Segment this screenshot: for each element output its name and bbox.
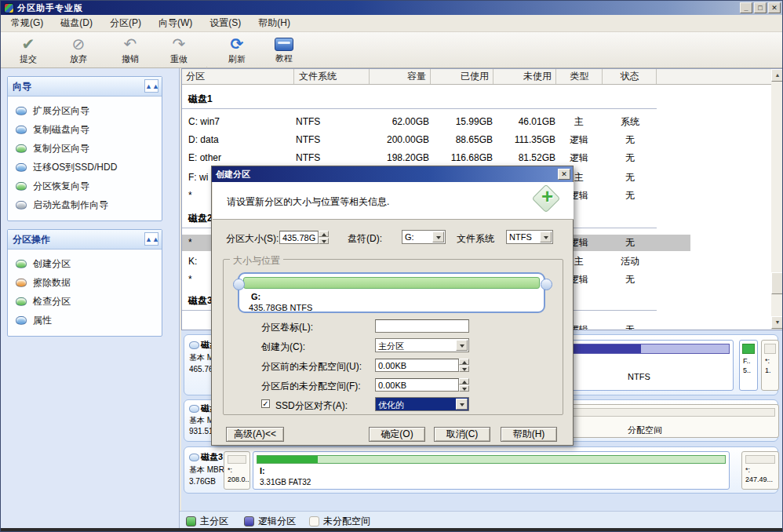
collapse-chevron-icon[interactable]: ▲▲ [144,79,158,93]
table-row[interactable]: E: otherNTFS198.20GB116.68GB81.52GB逻辑无 [182,150,690,166]
dropdown-arrow-icon[interactable] [540,231,552,242]
legend-logical: 逻辑分区 [244,515,296,528]
disk-icon [189,454,199,461]
table-scrollbar[interactable]: ▲ ▼ [771,69,783,330]
partition-size-spinner[interactable] [319,231,329,244]
ssd-align-select[interactable]: 优化的 [375,397,469,411]
volume-label-label: 分区卷标(L): [261,321,313,334]
menu-general[interactable]: 常规(G) [2,14,52,32]
disk-icon [189,341,199,349]
disk3-unallocated-1[interactable]: *:208.0... [224,451,250,490]
disk3-partition-i[interactable]: I: 3.31GB FAT32 [253,451,730,490]
drive-letter-select[interactable]: G: [402,230,446,244]
app-icon [4,3,14,13]
menu-partition[interactable]: 分区(P) [101,14,150,32]
legend-bar: 主分区 逻辑分区 未分配空间 [180,511,783,528]
volume-label-input[interactable] [375,319,469,333]
dropdown-arrow-icon[interactable] [432,231,444,242]
unallocated-swatch [309,516,319,527]
unallocated-before-spinner[interactable] [459,359,469,372]
col-partition[interactable]: 分区 [182,69,294,84]
maximize-button[interactable]: □ [754,2,767,13]
undo-arrow-icon: ↶ [107,35,153,53]
extend-partition-wizard-icon [16,107,27,115]
create-as-select[interactable]: 主分区 [375,338,469,352]
table-row[interactable]: C: win7NTFS62.00GB15.99GB46.01GB主系统 [182,114,690,130]
scroll-down-icon[interactable]: ▼ [771,316,783,329]
slider-green-bar [243,277,540,289]
sidebar-item-create-partition[interactable]: 创建分区 [8,254,162,273]
disk3-unallocated-2[interactable]: *:247.49... [741,451,779,490]
slider-handle-left[interactable] [233,279,245,290]
copy-partition-wizard-icon [16,144,27,153]
disk1-partition-f[interactable]: F..5.. [739,340,758,391]
disk-icon [189,405,199,413]
table-row[interactable]: D: dataNTFS200.00GB88.65GB111.35GB逻辑无 [182,132,690,148]
ssd-align-checkbox[interactable]: ✓ [261,399,270,408]
unallocated-before-input[interactable] [375,359,459,372]
dialog-close-icon[interactable]: ✕ [558,169,570,180]
scroll-up-icon[interactable]: ▲ [771,69,783,82]
col-type[interactable]: 类型 [557,69,603,84]
disk1-unallocated[interactable]: *:1. [761,340,779,391]
menu-wizard[interactable]: 向导(W) [150,14,201,32]
menu-help[interactable]: 帮助(H) [249,14,299,32]
cancel-button[interactable]: 取消(C) [434,427,490,442]
slider-handle-right[interactable] [541,279,552,290]
col-used[interactable]: 已使用 [432,69,493,84]
sidebar-item-properties[interactable]: 属性 [8,311,162,330]
disk-section-row: 磁盘1 [182,91,657,109]
filesystem-select[interactable]: NTFS [506,230,553,244]
size-position-group: 大小与位置 G: 435.78GB NTFS 分区卷标(L): 创建为(C): … [223,259,563,415]
undo-button[interactable]: ↶ 撤销 [107,35,153,66]
scrollbar-thumb[interactable] [771,272,783,294]
dropdown-arrow-icon[interactable] [456,340,468,351]
col-capacity[interactable]: 容量 [370,69,431,84]
advanced-button[interactable]: 高级(A)<< [226,427,284,442]
sidebar-item-migrate-os[interactable]: 迁移OS到SSD/HDD [8,158,162,177]
wizard-panel-header[interactable]: 向导 ▲▲ [8,77,162,97]
bootable-cd-icon [16,201,27,210]
ssd-align-label: SSD分区对齐(A): [275,399,348,413]
partition-size-slider[interactable]: G: 435.78GB NTFS [238,272,545,313]
sidebar: 向导 ▲▲ 扩展分区向导 复制磁盘向导 复制分区向导 迁移OS [1,68,180,528]
menu-disk[interactable]: 磁盘(D) [52,14,101,32]
col-filesystem[interactable]: 文件系统 [295,69,370,84]
help-button[interactable]: 帮助(H) [501,427,557,442]
legend-primary: 主分区 [186,515,228,528]
sidebar-item-bootable-cd-wizard[interactable]: 启动光盘制作向导 [8,195,162,214]
refresh-button[interactable]: ⟳ 刷新 [214,35,260,66]
commit-button[interactable]: ✔ 提交 [5,35,51,66]
tutorial-button[interactable]: 教程 [261,35,307,66]
copy-disk-wizard-icon [16,126,27,134]
close-button[interactable]: ✕ [768,2,781,13]
tutorial-icon [275,38,293,51]
unallocated-after-label: 分区后的未分配空间(F): [261,380,361,393]
wizard-panel: 向导 ▲▲ 扩展分区向导 复制磁盘向导 复制分区向导 迁移OS [7,76,162,221]
col-unused[interactable]: 未使用 [494,69,556,84]
minimize-button[interactable]: _ [740,2,752,13]
dialog-message: 请设置新分区的大小与位置等相关信息. [227,195,389,209]
table-header: 分区 文件系统 容量 已使用 未使用 类型 状态 [182,69,772,85]
unallocated-after-input[interactable] [375,378,459,392]
partition-size-input[interactable] [279,231,319,244]
unallocated-after-spinner[interactable] [459,378,469,392]
col-status[interactable]: 状态 [603,69,657,84]
menu-settings[interactable]: 设置(S) [201,14,249,32]
disk3-panel: 磁盘3 基本 MBR 3.76GB *:208.0... I: 3.31GB F… [184,446,778,494]
discard-icon: ⊘ [56,35,101,53]
dropdown-arrow-icon[interactable] [456,399,468,410]
redo-button[interactable]: ↷ 重做 [156,35,202,66]
sidebar-item-wipe-data[interactable]: 擦除数据 [8,273,162,292]
sidebar-item-check-partition[interactable]: 检查分区 [8,292,162,311]
sidebar-item-copy-partition-wizard[interactable]: 复制分区向导 [8,139,162,158]
collapse-chevron-icon[interactable]: ▲▲ [144,232,158,246]
discard-button[interactable]: ⊘ 放弃 [56,35,101,66]
sidebar-item-copy-disk-wizard[interactable]: 复制磁盘向导 [8,120,162,139]
partition-usage-bar [742,344,755,354]
sidebar-item-partition-recovery-wizard[interactable]: 分区恢复向导 [8,177,162,195]
sidebar-item-extend-partition-wizard[interactable]: 扩展分区向导 [8,101,162,120]
operations-panel-header[interactable]: 分区操作 ▲▲ [8,230,162,250]
legend-unallocated: 未分配空间 [309,515,370,528]
ok-button[interactable]: 确定(O) [369,427,425,442]
